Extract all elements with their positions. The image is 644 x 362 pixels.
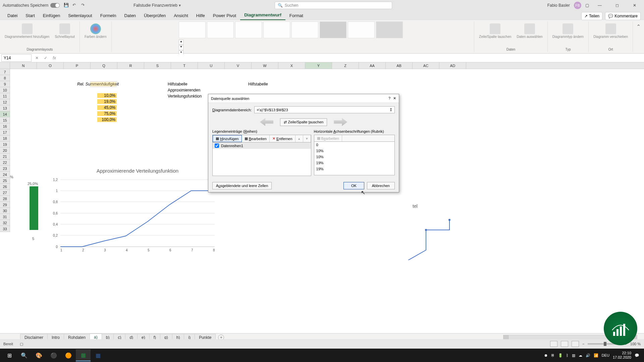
ok-button[interactable]: OK [343,182,364,189]
chart-style-1[interactable] [179,21,206,38]
row-30[interactable]: 30 [0,208,10,214]
view-page-layout-button[interactable] [561,341,568,347]
gallery-down-icon[interactable]: ▼ [179,45,183,50]
gallery-up-icon[interactable]: ▲ [179,40,183,45]
taskbar-app-1[interactable]: 🎨 [32,349,46,361]
row-14[interactable]: 14 [0,111,10,117]
chart-step-right[interactable]: tel 0 0,2 0,4 0,6 0,8 1 1,2 0,2 [322,203,476,260]
row-18[interactable]: 18 [0,135,10,141]
cell-q14[interactable]: 100,0% [97,117,117,122]
row-16[interactable]: 16 [0,123,10,129]
tab-hilfe[interactable]: Hilfe [192,11,209,20]
range-picker-icon[interactable]: ↥ [389,108,392,112]
switch-row-col-button[interactable]: Zeile/Spalte tauschen [477,23,513,39]
col-AA[interactable]: AA [359,62,386,69]
row-8[interactable]: 8 [0,75,10,81]
row-25[interactable]: 25 [0,178,10,184]
tray-icon[interactable]: 🔋 [558,353,563,358]
view-page-break-button[interactable] [572,341,579,347]
col-O[interactable]: O [37,62,64,69]
search-box[interactable]: 🔍 Suchen [275,2,392,9]
tray-wifi-icon[interactable]: 📶 [594,353,598,358]
taskbar-word[interactable]: ▦ [91,349,105,361]
tray-notifications-icon[interactable]: 💬 [635,353,639,358]
save-icon[interactable]: 💾 [64,3,69,8]
enter-formula-icon[interactable]: ✓ [42,55,49,61]
tab-diagrammentwurf[interactable]: Diagrammentwurf [240,10,285,20]
taskbar-chrome[interactable]: 🟠 [61,349,76,361]
formula-input[interactable] [58,54,644,62]
undo-icon[interactable]: ↶ [72,3,78,8]
dialog-help-icon[interactable]: ? [388,96,390,101]
tab-einfuegen[interactable]: Einfügen [39,11,64,20]
chart-style-7[interactable] [348,21,375,38]
row-9[interactable]: 9 [0,81,10,87]
col-T[interactable]: T [171,62,198,69]
zoom-level[interactable]: 100 % [630,342,641,346]
tray-icon[interactable]: ⏺ [544,353,548,357]
macro-record-icon[interactable]: ▢ [20,342,23,346]
chart-style-2[interactable] [207,21,234,38]
row-31[interactable]: 31 [0,214,10,220]
switch-row-column-button[interactable]: ⇄ Zeile/Spalte tauschen [280,118,327,126]
axis-listbox[interactable]: 0 10% 10% 19% 19% [314,142,395,175]
row-13[interactable]: 13 [0,105,10,111]
col-P[interactable]: P [64,62,91,69]
move-up-button[interactable]: ▴ [296,135,303,142]
col-R[interactable]: R [117,62,144,69]
col-U[interactable]: U [198,62,225,69]
share-button[interactable]: ↗Teilen [581,12,602,20]
move-down-button[interactable]: ▾ [303,135,311,142]
series-listbox[interactable]: Datenreihen1 [212,142,311,176]
row-12[interactable]: 12 [0,99,10,105]
axis-item[interactable]: 0 [314,142,394,148]
row-15[interactable]: 15 [0,117,10,123]
select-data-button[interactable]: Daten auswählen [515,23,545,39]
cell-q10[interactable]: 10,0% [97,93,117,98]
row-23[interactable]: 23 [0,166,10,172]
hidden-empty-cells-button[interactable]: Ausgeblendete und leere Zellen [212,182,272,189]
quick-layout-button[interactable]: Schnelllayout [53,23,76,39]
collapse-ribbon-icon[interactable]: ⌃ [633,21,644,52]
col-W[interactable]: W [252,62,278,69]
chart-style-4[interactable] [263,21,290,38]
series-checkbox[interactable] [215,143,219,148]
select-all-corner[interactable] [0,62,10,69]
chart-style-5[interactable] [291,21,318,38]
row-27[interactable]: 27 [0,190,10,196]
col-Z[interactable]: Z [332,62,359,69]
col-S[interactable]: S [144,62,171,69]
row-26[interactable]: 26 [0,184,10,190]
tab-format[interactable]: Format [285,11,307,20]
tab-daten[interactable]: Daten [120,11,140,20]
row-11[interactable]: 11 [0,93,10,99]
axis-item[interactable]: 19% [314,160,394,166]
ribbon-mode-icon[interactable]: ▢ [585,3,589,8]
series-item-1[interactable]: Datenreihen1 [213,142,311,149]
row-28[interactable]: 28 [0,196,10,202]
tab-seitenlayout[interactable]: Seitenlayout [64,11,96,20]
taskbar-obs[interactable]: ⚫ [46,349,61,361]
change-colors-button[interactable]: Farben ändern [83,23,109,39]
row-19[interactable]: 19 [0,141,10,147]
col-Y[interactable]: Y [305,62,332,69]
autosave-toggle[interactable]: Automatisches Speichern [3,3,60,8]
chart-style-6[interactable] [320,21,346,38]
chart-style-8[interactable] [376,21,403,38]
minimize-button[interactable]: — [593,1,606,10]
tray-icon[interactable]: ⛨ [551,353,555,357]
col-AD[interactable]: AD [439,62,466,69]
row-17[interactable]: 17 [0,129,10,135]
col-N[interactable]: N [10,62,37,69]
row-7[interactable]: 7 [0,69,10,75]
tray-bluetooth-icon[interactable]: ᛒ [566,353,569,357]
user-name[interactable]: Fabio Basler [547,3,570,8]
taskbar-excel[interactable]: ▦ [76,349,91,361]
axis-item[interactable]: 19% [314,166,394,172]
remove-series-button[interactable]: ✕Entfernen [270,135,296,142]
tab-formeln[interactable]: Formeln [96,11,120,20]
cell-q12[interactable]: 45,0% [97,105,117,110]
toggle-switch-icon[interactable] [50,3,60,8]
tab-ansicht[interactable]: Ansicht [170,11,192,20]
close-button[interactable]: ✕ [628,1,641,10]
